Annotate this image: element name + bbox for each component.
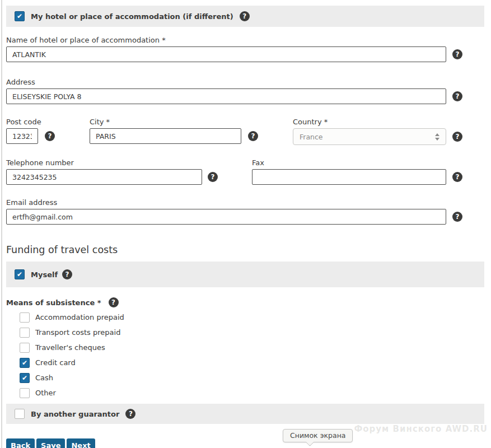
back-button[interactable]: Back xyxy=(6,438,35,448)
means-option-cash[interactable]: Cash xyxy=(20,370,484,385)
checkbox[interactable] xyxy=(20,328,30,338)
address-label: Address xyxy=(6,78,484,86)
checkbox-label: Transport costs prepaid xyxy=(35,328,120,337)
hotel-checkbox[interactable] xyxy=(15,11,25,21)
help-icon[interactable]: ? xyxy=(208,172,218,182)
help-icon[interactable]: ? xyxy=(248,131,258,141)
checkbox[interactable] xyxy=(20,312,30,323)
save-button[interactable]: Save xyxy=(36,438,65,448)
guarantor-banner[interactable]: By another guarantor ? xyxy=(6,404,484,424)
hotel-checkbox-label: My hotel or place of accommodation (if d… xyxy=(31,12,233,21)
means-option-transport-prepaid[interactable]: Transport costs prepaid xyxy=(20,325,484,340)
guarantor-checkbox[interactable] xyxy=(15,409,25,419)
checkbox[interactable] xyxy=(20,358,30,368)
help-icon[interactable]: ? xyxy=(109,297,119,307)
help-icon[interactable]: ? xyxy=(452,91,462,101)
fax-field: Fax ? xyxy=(252,158,484,185)
means-option-other[interactable]: Other xyxy=(20,385,484,400)
means-option-accommodation-prepaid[interactable]: Accommodation prepaid xyxy=(20,310,484,325)
means-option-travellers-cheques[interactable]: Traveller's cheques xyxy=(20,340,484,355)
help-icon[interactable]: ? xyxy=(452,49,462,59)
help-icon[interactable]: ? xyxy=(452,172,462,182)
help-icon[interactable]: ? xyxy=(240,11,250,21)
means-of-subsistence-header: Means of subsistence * ? xyxy=(6,297,484,307)
checkbox[interactable] xyxy=(20,343,30,353)
city-field: City * ? xyxy=(90,118,293,145)
telephone-field: Telephone number ? xyxy=(6,158,252,185)
next-button[interactable]: Next xyxy=(67,438,95,448)
address-input[interactable] xyxy=(6,88,446,104)
country-label: Country * xyxy=(293,118,484,126)
means-checkbox-list: Accommodation prepaid Transport costs pr… xyxy=(20,310,484,400)
funding-section-heading: Funding of travel costs xyxy=(6,244,484,256)
postcode-input[interactable] xyxy=(6,128,38,144)
myself-checkbox-label: Myself xyxy=(31,270,58,279)
hotel-section-banner[interactable]: My hotel or place of accommodation (if d… xyxy=(6,6,484,27)
checkbox[interactable] xyxy=(20,388,30,398)
means-of-subsistence-label: Means of subsistence * xyxy=(6,298,101,307)
email-label: Email address xyxy=(6,198,484,207)
guarantor-checkbox-label: By another guarantor xyxy=(31,410,119,418)
city-label: City * xyxy=(90,118,293,126)
hotel-name-row: ? xyxy=(6,46,484,62)
myself-banner[interactable]: Myself ? xyxy=(6,262,484,287)
visa-form-page: My hotel or place of accommodation (if d… xyxy=(0,0,491,448)
telephone-fax-row: Telephone number ? Fax ? xyxy=(6,158,484,185)
form-content: My hotel or place of accommodation (if d… xyxy=(0,0,491,448)
telephone-label: Telephone number xyxy=(6,158,252,167)
help-icon[interactable]: ? xyxy=(452,132,462,142)
country-selected-value: France xyxy=(300,133,323,141)
email-input[interactable] xyxy=(6,209,446,225)
select-spinner-icon xyxy=(435,133,439,141)
means-option-credit-card[interactable]: Credit card xyxy=(20,355,484,370)
postcode-city-country-row: Post code ? City * ? Country * France xyxy=(6,118,484,145)
help-icon[interactable]: ? xyxy=(62,269,72,279)
country-select[interactable]: France xyxy=(293,128,446,145)
checkbox-label: Traveller's cheques xyxy=(35,343,105,352)
left-edge-divider xyxy=(1,0,2,448)
email-row: ? xyxy=(6,209,484,225)
screenshot-tooltip: Снимок экрана xyxy=(283,429,353,442)
hotel-name-input[interactable] xyxy=(6,46,446,62)
city-input[interactable] xyxy=(90,128,241,144)
hotel-name-label: Name of hotel or place of accommodation … xyxy=(6,36,484,44)
telephone-input[interactable] xyxy=(6,169,202,185)
myself-checkbox[interactable] xyxy=(15,269,25,279)
fax-label: Fax xyxy=(252,158,484,167)
form-navigation-buttons: Back Save Next xyxy=(6,438,484,448)
fax-input[interactable] xyxy=(252,169,446,185)
country-field: Country * France ? xyxy=(293,118,484,145)
postcode-field: Post code ? xyxy=(6,118,90,145)
checkbox-label: Other xyxy=(35,389,56,397)
help-icon[interactable]: ? xyxy=(45,131,55,141)
watermark-text: Форум Винского AWD.RU xyxy=(354,424,488,434)
help-icon[interactable]: ? xyxy=(125,409,135,419)
checkbox-label: Credit card xyxy=(35,358,76,367)
checkbox[interactable] xyxy=(20,373,30,383)
checkbox-label: Accommodation prepaid xyxy=(35,313,124,321)
help-icon[interactable]: ? xyxy=(452,212,462,222)
address-row: ? xyxy=(6,88,484,104)
checkbox-label: Cash xyxy=(35,374,53,382)
postcode-label: Post code xyxy=(6,118,90,126)
